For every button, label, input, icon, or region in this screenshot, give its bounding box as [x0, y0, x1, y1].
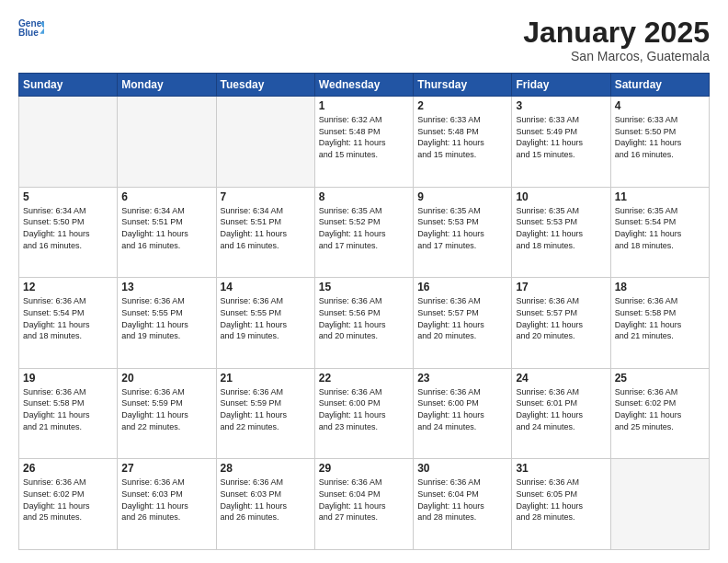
- calendar-cell: 6Sunrise: 6:34 AM Sunset: 5:51 PM Daylig…: [118, 187, 216, 278]
- day-info: Sunrise: 6:36 AM Sunset: 6:03 PM Dayligh…: [121, 477, 211, 523]
- day-number: 14: [221, 281, 311, 293]
- day-number: 29: [319, 462, 409, 475]
- day-info: Sunrise: 6:34 AM Sunset: 5:51 PM Dayligh…: [221, 205, 311, 251]
- day-info: Sunrise: 6:35 AM Sunset: 5:52 PM Dayligh…: [319, 205, 409, 251]
- calendar-cell: 25Sunrise: 6:36 AM Sunset: 6:02 PM Dayli…: [610, 368, 709, 459]
- day-info: Sunrise: 6:36 AM Sunset: 5:55 PM Dayligh…: [221, 295, 311, 341]
- calendar-body: 1Sunrise: 6:32 AM Sunset: 5:48 PM Daylig…: [19, 97, 710, 550]
- day-info: Sunrise: 6:33 AM Sunset: 5:48 PM Dayligh…: [417, 114, 507, 160]
- svg-text:Blue: Blue: [18, 28, 39, 38]
- main-title: January 2025: [523, 17, 710, 49]
- day-info: Sunrise: 6:36 AM Sunset: 5:57 PM Dayligh…: [417, 295, 507, 341]
- day-number: 16: [417, 281, 507, 293]
- day-number: 30: [417, 462, 507, 475]
- calendar-week-4: 19Sunrise: 6:36 AM Sunset: 5:58 PM Dayli…: [19, 368, 710, 459]
- calendar-cell: 27Sunrise: 6:36 AM Sunset: 6:03 PM Dayli…: [118, 459, 216, 550]
- day-number: 10: [516, 190, 606, 203]
- calendar-cell: 31Sunrise: 6:36 AM Sunset: 6:05 PM Dayli…: [512, 459, 610, 550]
- calendar-cell: 28Sunrise: 6:36 AM Sunset: 6:03 PM Dayli…: [216, 459, 314, 550]
- day-info: Sunrise: 6:36 AM Sunset: 6:00 PM Dayligh…: [319, 386, 409, 432]
- day-number: 9: [417, 190, 507, 203]
- day-number: 11: [615, 190, 705, 203]
- day-number: 21: [221, 372, 311, 385]
- calendar-cell: 12Sunrise: 6:36 AM Sunset: 5:54 PM Dayli…: [19, 278, 118, 369]
- calendar-week-5: 26Sunrise: 6:36 AM Sunset: 6:02 PM Dayli…: [19, 459, 710, 550]
- calendar-cell: 18Sunrise: 6:36 AM Sunset: 5:58 PM Dayli…: [610, 278, 709, 369]
- day-number: 6: [121, 190, 211, 203]
- weekday-header-wednesday: Wednesday: [314, 74, 413, 97]
- calendar-cell: 1Sunrise: 6:32 AM Sunset: 5:48 PM Daylig…: [314, 97, 413, 188]
- day-number: 23: [417, 372, 507, 385]
- calendar-cell: [118, 97, 216, 188]
- day-info: Sunrise: 6:32 AM Sunset: 5:48 PM Dayligh…: [319, 114, 409, 160]
- title-block: January 2025 San Marcos, Guatemala: [523, 17, 710, 63]
- day-info: Sunrise: 6:36 AM Sunset: 5:54 PM Dayligh…: [23, 295, 113, 341]
- calendar-cell: 4Sunrise: 6:33 AM Sunset: 5:50 PM Daylig…: [610, 97, 709, 188]
- day-info: Sunrise: 6:36 AM Sunset: 5:59 PM Dayligh…: [221, 386, 311, 432]
- header: General Blue January 2025 San Marcos, Gu…: [18, 17, 710, 63]
- calendar-cell: 17Sunrise: 6:36 AM Sunset: 5:57 PM Dayli…: [512, 278, 610, 369]
- day-info: Sunrise: 6:36 AM Sunset: 6:04 PM Dayligh…: [417, 477, 507, 523]
- calendar-cell: 29Sunrise: 6:36 AM Sunset: 6:04 PM Dayli…: [314, 459, 413, 550]
- day-number: 20: [121, 372, 211, 385]
- day-number: 2: [417, 99, 507, 112]
- calendar-week-2: 5Sunrise: 6:34 AM Sunset: 5:50 PM Daylig…: [19, 187, 710, 278]
- calendar-cell: [610, 459, 709, 550]
- calendar-cell: 5Sunrise: 6:34 AM Sunset: 5:50 PM Daylig…: [19, 187, 118, 278]
- calendar-cell: 19Sunrise: 6:36 AM Sunset: 5:58 PM Dayli…: [19, 368, 118, 459]
- day-info: Sunrise: 6:36 AM Sunset: 5:58 PM Dayligh…: [23, 386, 113, 432]
- calendar-cell: 7Sunrise: 6:34 AM Sunset: 5:51 PM Daylig…: [216, 187, 314, 278]
- page: General Blue January 2025 San Marcos, Gu…: [0, 0, 728, 563]
- day-number: 25: [615, 372, 705, 385]
- day-info: Sunrise: 6:33 AM Sunset: 5:50 PM Dayligh…: [615, 114, 705, 160]
- calendar-cell: [19, 97, 118, 188]
- day-number: 26: [23, 462, 113, 475]
- day-info: Sunrise: 6:34 AM Sunset: 5:51 PM Dayligh…: [121, 205, 211, 251]
- day-info: Sunrise: 6:36 AM Sunset: 5:58 PM Dayligh…: [615, 295, 705, 341]
- day-info: Sunrise: 6:36 AM Sunset: 6:01 PM Dayligh…: [516, 386, 606, 432]
- day-info: Sunrise: 6:35 AM Sunset: 5:54 PM Dayligh…: [615, 205, 705, 251]
- calendar-cell: 15Sunrise: 6:36 AM Sunset: 5:56 PM Dayli…: [314, 278, 413, 369]
- day-number: 15: [319, 281, 409, 293]
- calendar-cell: 10Sunrise: 6:35 AM Sunset: 5:53 PM Dayli…: [512, 187, 610, 278]
- day-number: 19: [23, 372, 113, 385]
- calendar-week-1: 1Sunrise: 6:32 AM Sunset: 5:48 PM Daylig…: [19, 97, 710, 188]
- day-number: 5: [23, 190, 113, 203]
- day-number: 7: [221, 190, 311, 203]
- day-info: Sunrise: 6:34 AM Sunset: 5:50 PM Dayligh…: [23, 205, 113, 251]
- calendar-cell: 21Sunrise: 6:36 AM Sunset: 5:59 PM Dayli…: [216, 368, 314, 459]
- day-number: 12: [23, 281, 113, 293]
- day-info: Sunrise: 6:33 AM Sunset: 5:49 PM Dayligh…: [516, 114, 606, 160]
- day-number: 24: [516, 372, 606, 385]
- day-info: Sunrise: 6:36 AM Sunset: 6:03 PM Dayligh…: [221, 477, 311, 523]
- calendar-cell: 9Sunrise: 6:35 AM Sunset: 5:53 PM Daylig…: [414, 187, 512, 278]
- calendar-cell: 20Sunrise: 6:36 AM Sunset: 5:59 PM Dayli…: [118, 368, 216, 459]
- weekday-header-tuesday: Tuesday: [216, 74, 314, 97]
- day-info: Sunrise: 6:36 AM Sunset: 5:55 PM Dayligh…: [121, 295, 211, 341]
- logo-icon: General Blue: [18, 17, 44, 42]
- day-info: Sunrise: 6:35 AM Sunset: 5:53 PM Dayligh…: [516, 205, 606, 251]
- weekday-header-sunday: Sunday: [19, 74, 118, 97]
- weekday-header-row: SundayMondayTuesdayWednesdayThursdayFrid…: [19, 74, 710, 97]
- weekday-header-friday: Friday: [512, 74, 610, 97]
- calendar-cell: [216, 97, 314, 188]
- day-number: 18: [615, 281, 705, 293]
- calendar-cell: 13Sunrise: 6:36 AM Sunset: 5:55 PM Dayli…: [118, 278, 216, 369]
- calendar-cell: 26Sunrise: 6:36 AM Sunset: 6:02 PM Dayli…: [19, 459, 118, 550]
- weekday-header-saturday: Saturday: [610, 74, 709, 97]
- calendar-cell: 23Sunrise: 6:36 AM Sunset: 6:00 PM Dayli…: [414, 368, 512, 459]
- day-number: 28: [221, 462, 311, 475]
- calendar-cell: 16Sunrise: 6:36 AM Sunset: 5:57 PM Dayli…: [414, 278, 512, 369]
- calendar-table: SundayMondayTuesdayWednesdayThursdayFrid…: [18, 73, 710, 550]
- day-info: Sunrise: 6:36 AM Sunset: 5:59 PM Dayligh…: [121, 386, 211, 432]
- calendar-cell: 14Sunrise: 6:36 AM Sunset: 5:55 PM Dayli…: [216, 278, 314, 369]
- calendar-cell: 11Sunrise: 6:35 AM Sunset: 5:54 PM Dayli…: [610, 187, 709, 278]
- day-number: 4: [615, 99, 705, 112]
- weekday-header-monday: Monday: [118, 74, 216, 97]
- day-number: 27: [121, 462, 211, 475]
- day-info: Sunrise: 6:36 AM Sunset: 6:02 PM Dayligh…: [615, 386, 705, 432]
- day-info: Sunrise: 6:35 AM Sunset: 5:53 PM Dayligh…: [417, 205, 507, 251]
- day-info: Sunrise: 6:36 AM Sunset: 6:04 PM Dayligh…: [319, 477, 409, 523]
- day-number: 3: [516, 99, 606, 112]
- calendar-week-3: 12Sunrise: 6:36 AM Sunset: 5:54 PM Dayli…: [19, 278, 710, 369]
